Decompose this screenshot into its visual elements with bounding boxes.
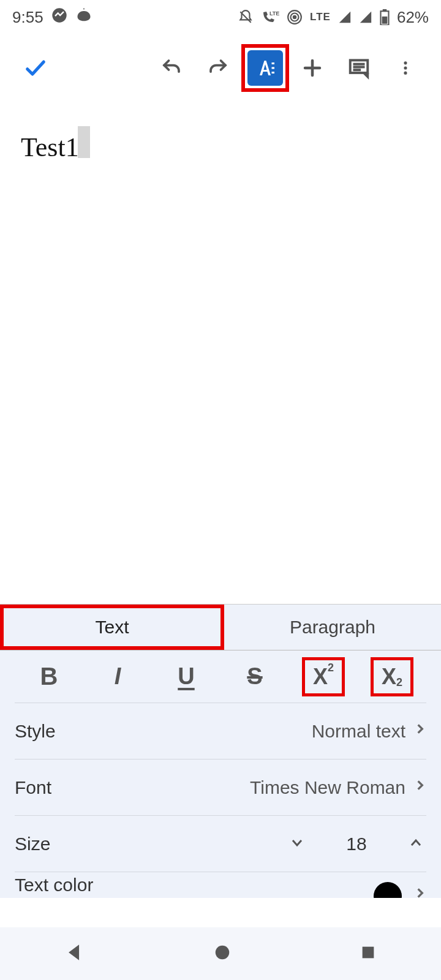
more-button[interactable] bbox=[386, 48, 425, 88]
network-lte: LTE bbox=[310, 11, 331, 23]
svg-point-17 bbox=[404, 61, 407, 64]
battery-icon bbox=[380, 9, 390, 25]
signal-icon-2 bbox=[359, 10, 372, 24]
size-row: Size 18 bbox=[15, 816, 426, 872]
messenger-icon bbox=[51, 7, 68, 28]
size-decrease-button[interactable] bbox=[287, 834, 307, 854]
document-canvas[interactable]: Test1 bbox=[0, 102, 441, 604]
text-color-swatch bbox=[374, 882, 402, 898]
text-format-button[interactable] bbox=[247, 50, 283, 86]
status-time: 9:55 bbox=[12, 8, 43, 27]
wifi-calling-icon: LTE bbox=[261, 9, 279, 25]
chevron-right-icon bbox=[414, 720, 426, 742]
sub-x: X bbox=[382, 664, 396, 690]
highlight-tab-text: Text bbox=[0, 605, 224, 650]
svg-rect-7 bbox=[382, 17, 388, 24]
tab-paragraph[interactable]: Paragraph bbox=[224, 605, 441, 650]
superscript-button[interactable]: X2 bbox=[302, 657, 345, 696]
undo-button[interactable] bbox=[152, 48, 191, 88]
text-color-row[interactable]: Text color bbox=[15, 872, 426, 898]
text-cursor bbox=[78, 126, 90, 158]
text-style-row: B I U S X2 X2 bbox=[15, 650, 426, 703]
redo-button[interactable] bbox=[198, 48, 238, 88]
highlight-format-button bbox=[241, 44, 289, 92]
sup-2: 2 bbox=[328, 662, 334, 674]
document-text: Test1 bbox=[21, 132, 79, 162]
style-row[interactable]: Style Normal text bbox=[15, 703, 426, 760]
sub-2: 2 bbox=[396, 676, 402, 689]
recents-button[interactable] bbox=[360, 944, 377, 963]
home-button[interactable] bbox=[213, 943, 232, 964]
android-nav-bar bbox=[0, 927, 441, 980]
font-row[interactable]: Font Times New Roman bbox=[15, 760, 426, 816]
editor-toolbar bbox=[0, 34, 441, 102]
svg-point-20 bbox=[216, 946, 230, 960]
signal-icon-1 bbox=[338, 10, 352, 24]
format-tabs: Text Paragraph bbox=[0, 604, 441, 650]
style-label: Style bbox=[15, 721, 56, 742]
font-label: Font bbox=[15, 777, 51, 798]
size-increase-button[interactable] bbox=[405, 834, 426, 854]
font-value: Times New Roman bbox=[250, 777, 405, 798]
svg-point-18 bbox=[404, 66, 407, 69]
tab-text[interactable]: Text bbox=[4, 608, 221, 646]
status-bar: 9:55 LTE LTE 62% bbox=[0, 0, 441, 34]
svg-point-2 bbox=[293, 16, 296, 18]
insert-button[interactable] bbox=[293, 48, 332, 88]
hotspot-icon bbox=[287, 9, 303, 25]
svg-point-19 bbox=[404, 72, 407, 75]
done-button[interactable] bbox=[16, 48, 55, 88]
svg-rect-8 bbox=[272, 62, 275, 64]
back-button[interactable] bbox=[64, 942, 85, 965]
battery-percent: 62% bbox=[397, 8, 429, 27]
format-panel: B I U S X2 X2 Style Normal text Font Tim… bbox=[0, 650, 441, 898]
comment-button[interactable] bbox=[339, 48, 379, 88]
text-color-label: Text color bbox=[15, 875, 93, 895]
strikethrough-button[interactable]: S bbox=[233, 657, 276, 696]
svg-rect-10 bbox=[272, 72, 275, 74]
underline-button[interactable]: U bbox=[165, 657, 208, 696]
dnd-icon bbox=[238, 9, 254, 25]
size-value: 18 bbox=[344, 834, 369, 854]
svg-text:LTE: LTE bbox=[270, 10, 279, 17]
subscript-button[interactable]: X2 bbox=[371, 657, 413, 696]
chevron-right-icon bbox=[414, 777, 426, 798]
sup-x: X bbox=[313, 664, 328, 690]
style-value: Normal text bbox=[312, 721, 405, 742]
bold-button[interactable]: B bbox=[28, 657, 70, 696]
size-label: Size bbox=[15, 834, 50, 854]
chevron-right-icon bbox=[414, 884, 426, 899]
app-icon bbox=[75, 7, 92, 28]
svg-rect-21 bbox=[363, 947, 374, 959]
svg-rect-9 bbox=[272, 67, 275, 69]
italic-button[interactable]: I bbox=[96, 657, 139, 696]
